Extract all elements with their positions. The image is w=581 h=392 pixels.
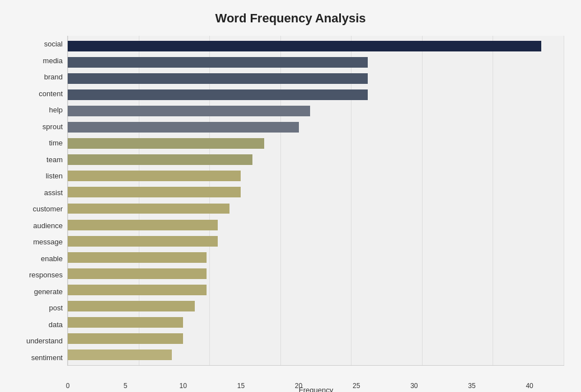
bar-listen [68,171,241,181]
x-axis-title: Frequency [68,386,564,392]
bar-post [68,301,195,311]
bar-row-social [68,38,564,54]
bar-row-content [68,87,564,103]
y-label-media: media [17,57,63,64]
y-label-social: social [17,40,63,48]
bar-row-audience [68,217,564,233]
y-label-customer: customer [17,205,63,212]
bar-row-team [68,152,564,168]
y-label-data: data [17,321,63,328]
bar-message [68,236,218,247]
y-label-team: team [17,156,63,163]
y-label-content: content [17,90,63,97]
bar-row-understand [68,330,564,347]
chart-container: Word Frequency Analysis socialmediabrand… [0,0,581,392]
y-label-sentiment: sentiment [17,354,63,361]
bar-audience [68,220,218,230]
y-label-assist: assist [17,189,63,196]
y-labels: socialmediabrandcontenthelpsprouttimetea… [17,36,67,366]
y-label-sprout: sprout [17,123,63,130]
y-label-message: message [17,238,63,245]
bar-sprout [68,122,299,133]
y-label-understand: understand [17,337,63,344]
bar-generate [68,285,207,295]
bar-time [68,138,264,149]
bar-row-post [68,298,564,314]
bar-row-generate [68,282,564,298]
bar-row-sentiment [68,347,564,363]
bar-row-message [68,233,564,249]
chart-area: socialmediabrandcontenthelpsprouttimetea… [17,36,564,366]
bar-help [68,106,310,116]
bar-row-brand [68,70,564,87]
bar-team [68,154,252,165]
bar-content [68,89,368,100]
bar-row-customer [68,200,564,216]
bar-enable [68,252,207,263]
y-label-time: time [17,139,63,147]
bar-understand [68,333,183,344]
y-label-listen: listen [17,172,63,180]
bar-media [68,57,368,68]
bar-row-enable [68,249,564,266]
bar-row-responses [68,266,564,282]
y-label-brand: brand [17,73,63,81]
bar-row-time [68,135,564,152]
y-label-audience: audience [17,222,63,229]
y-label-enable: enable [17,255,63,262]
bar-responses [68,268,207,279]
bar-row-sprout [68,119,564,135]
y-label-responses: responses [17,271,63,278]
bar-row-data [68,314,564,330]
bar-customer [68,204,229,214]
bar-social [68,41,541,51]
bars-wrapper [68,36,564,365]
bar-sentiment [68,350,172,360]
bars-and-grid: 0510152025303540 Frequency [67,36,564,366]
y-label-post: post [17,304,63,311]
bar-row-media [68,54,564,70]
bar-row-assist [68,184,564,200]
y-label-help: help [17,106,63,114]
bar-row-listen [68,168,564,184]
bar-row-help [68,103,564,119]
y-label-generate: generate [17,288,63,295]
bar-data [68,317,183,328]
bar-brand [68,73,368,84]
chart-title: Word Frequency Analysis [17,11,564,26]
bar-assist [68,187,241,197]
